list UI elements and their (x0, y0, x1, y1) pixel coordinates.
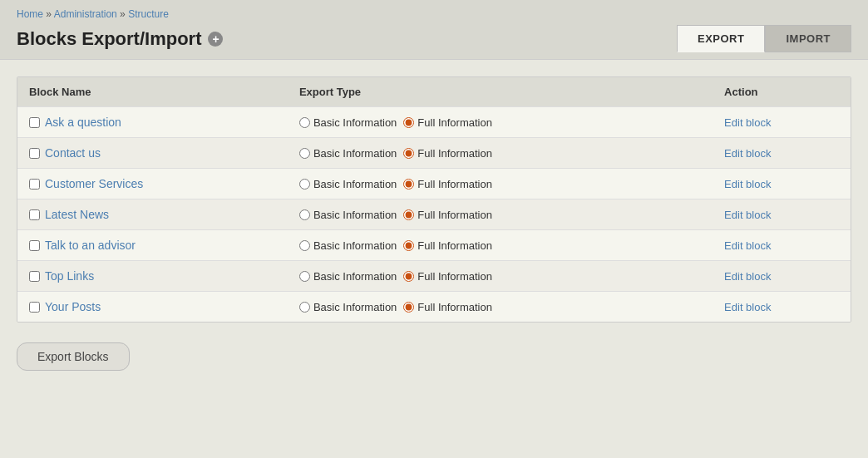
block-name-text: Ask a question (45, 116, 121, 129)
edit-block-link-6[interactable]: Edit block (724, 301, 771, 313)
block-name-cell: Top Links (17, 261, 288, 292)
edit-block-link-4[interactable]: Edit block (724, 239, 771, 252)
radio-full-3[interactable] (403, 209, 414, 220)
full-info-label-3: Full Information (417, 209, 492, 221)
basic-info-label-1: Basic Information (313, 147, 397, 160)
block-checkbox-6[interactable] (29, 302, 40, 313)
breadcrumb-structure[interactable]: Structure (128, 8, 169, 20)
breadcrumb-home[interactable]: Home (17, 8, 43, 20)
table-row: Customer Services Basic Information Full… (17, 169, 851, 199)
tab-export[interactable]: EXPORT (677, 25, 765, 52)
full-info-label-5: Full Information (417, 270, 492, 283)
radio-basic-3[interactable] (299, 209, 310, 220)
block-checkbox-4[interactable] (29, 240, 40, 251)
block-checkbox-5[interactable] (29, 271, 40, 282)
radio-full-label-6[interactable]: Full Information (403, 301, 492, 313)
basic-info-label-3: Basic Information (313, 209, 397, 221)
radio-full-6[interactable] (403, 302, 414, 313)
radio-full-label-2[interactable]: Full Information (403, 178, 492, 190)
radio-basic-1[interactable] (299, 148, 310, 159)
table-row: Your Posts Basic Information Full Inform… (17, 292, 851, 323)
edit-block-link-3[interactable]: Edit block (724, 209, 771, 221)
table-row: Ask a question Basic Information Full In… (17, 107, 851, 138)
col-action: Action (713, 77, 851, 107)
basic-info-label-5: Basic Information (313, 270, 397, 283)
table-row: Latest News Basic Information Full Infor… (17, 199, 851, 230)
action-cell: Edit block (713, 261, 851, 292)
action-cell: Edit block (713, 138, 851, 169)
table-row: Top Links Basic Information Full Informa… (17, 261, 851, 292)
radio-basic-5[interactable] (299, 271, 310, 282)
block-name-text: Talk to an advisor (45, 239, 136, 252)
title-row: Blocks Export/Import + EXPORT IMPORT (17, 25, 851, 59)
export-type-cell: Basic Information Full Information (288, 199, 713, 230)
block-name-cell: Contact us (17, 138, 288, 169)
table-row: Talk to an advisor Basic Information Ful… (17, 230, 851, 261)
radio-full-2[interactable] (403, 179, 414, 190)
block-name-text: Contact us (45, 146, 101, 160)
col-block-name: Block Name (17, 77, 288, 107)
basic-info-label-2: Basic Information (313, 178, 397, 190)
main-content: Block Name Export Type Action Ask a ques… (0, 60, 868, 391)
radio-full-4[interactable] (403, 240, 414, 251)
block-checkbox-1[interactable] (29, 148, 40, 159)
tab-buttons: EXPORT IMPORT (677, 25, 851, 52)
edit-block-link-0[interactable]: Edit block (724, 116, 771, 129)
tab-import[interactable]: IMPORT (765, 25, 851, 52)
radio-full-label-0[interactable]: Full Information (403, 116, 492, 129)
footer-actions: Export Blocks (17, 339, 851, 374)
radio-full-5[interactable] (403, 271, 414, 282)
page-title: Blocks Export/Import + (17, 28, 223, 50)
export-type-cell: Basic Information Full Information (288, 138, 713, 169)
radio-basic-label-3[interactable]: Basic Information (299, 209, 397, 221)
export-blocks-button[interactable]: Export Blocks (17, 342, 130, 371)
breadcrumb-sep1: » (46, 8, 52, 20)
radio-basic-6[interactable] (299, 302, 310, 313)
block-name-text: Latest News (45, 208, 109, 221)
radio-basic-label-5[interactable]: Basic Information (299, 270, 397, 283)
edit-block-link-1[interactable]: Edit block (724, 147, 771, 160)
export-type-cell: Basic Information Full Information (288, 107, 713, 138)
radio-full-label-3[interactable]: Full Information (403, 209, 492, 221)
block-name-cell: Your Posts (17, 292, 288, 323)
basic-info-label-0: Basic Information (313, 116, 397, 129)
radio-full-label-1[interactable]: Full Information (403, 147, 492, 160)
breadcrumb-sep2: » (120, 8, 126, 20)
col-export-type: Export Type (288, 77, 713, 107)
add-icon[interactable]: + (208, 32, 223, 47)
radio-full-label-4[interactable]: Full Information (403, 239, 492, 252)
full-info-label-0: Full Information (417, 116, 492, 129)
full-info-label-2: Full Information (417, 178, 492, 190)
radio-full-0[interactable] (403, 117, 414, 128)
radio-basic-label-6[interactable]: Basic Information (299, 301, 397, 313)
export-type-cell: Basic Information Full Information (288, 169, 713, 199)
full-info-label-4: Full Information (417, 239, 492, 252)
basic-info-label-4: Basic Information (313, 239, 397, 252)
radio-basic-0[interactable] (299, 117, 310, 128)
block-checkbox-3[interactable] (29, 209, 40, 220)
table-header-row: Block Name Export Type Action (17, 77, 851, 107)
table-row: Contact us Basic Information Full Inform… (17, 138, 851, 169)
edit-block-link-5[interactable]: Edit block (724, 270, 771, 283)
block-name-cell: Customer Services (17, 169, 288, 199)
export-type-cell: Basic Information Full Information (288, 261, 713, 292)
breadcrumb-admin[interactable]: Administration (54, 8, 117, 20)
radio-basic-label-1[interactable]: Basic Information (299, 147, 397, 160)
blocks-table-container: Block Name Export Type Action Ask a ques… (17, 76, 851, 323)
action-cell: Edit block (713, 292, 851, 323)
edit-block-link-2[interactable]: Edit block (724, 178, 771, 190)
action-cell: Edit block (713, 230, 851, 261)
radio-full-label-5[interactable]: Full Information (403, 270, 492, 283)
radio-basic-label-4[interactable]: Basic Information (299, 239, 397, 252)
radio-basic-label-0[interactable]: Basic Information (299, 116, 397, 129)
block-name-text: Customer Services (45, 177, 143, 190)
export-type-cell: Basic Information Full Information (288, 292, 713, 323)
radio-full-1[interactable] (403, 148, 414, 159)
radio-basic-2[interactable] (299, 179, 310, 190)
radio-basic-label-2[interactable]: Basic Information (299, 178, 397, 190)
block-checkbox-0[interactable] (29, 117, 40, 128)
block-checkbox-2[interactable] (29, 179, 40, 190)
action-cell: Edit block (713, 169, 851, 199)
export-type-cell: Basic Information Full Information (288, 230, 713, 261)
radio-basic-4[interactable] (299, 240, 310, 251)
